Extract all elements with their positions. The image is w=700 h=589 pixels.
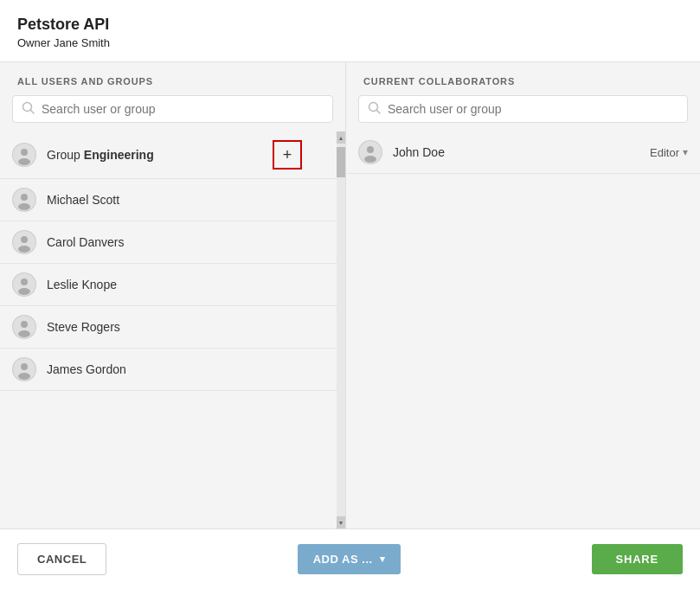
add-as-chevron-icon: ▾ [380, 554, 386, 565]
scroll-down-icon: ▼ [338, 520, 344, 526]
add-group-button[interactable]: + [273, 140, 302, 170]
scroll-up-btn[interactable]: ▲ [337, 131, 345, 144]
role-select[interactable]: Editor ▾ [650, 146, 688, 159]
svg-point-12 [21, 278, 28, 285]
svg-point-24 [364, 156, 376, 163]
cancel-button[interactable]: CANCEL [17, 543, 106, 575]
user-name: Steve Rogers [47, 320, 333, 334]
svg-point-13 [18, 288, 30, 295]
svg-point-6 [21, 194, 28, 201]
right-panel: CURRENT COLLABORATORS John Doe [346, 62, 700, 528]
all-users-label: ALL USERS AND GROUPS [0, 62, 345, 95]
owner-name: Jane Smith [54, 36, 110, 49]
user-name: James Gordon [47, 362, 333, 376]
group-name-bold: Engineering [84, 148, 154, 162]
user-name: Leslie Knope [47, 278, 333, 291]
chevron-down-icon: ▾ [683, 146, 688, 158]
plus-icon: + [283, 147, 292, 163]
left-search-icon [22, 101, 35, 117]
collaborator-item: John Doe Editor ▾ [346, 131, 700, 174]
svg-point-10 [18, 246, 30, 253]
scroll-up-icon: ▲ [338, 135, 344, 141]
svg-point-3 [21, 149, 28, 156]
avatar [12, 272, 36, 297]
avatar [12, 230, 36, 254]
list-item[interactable]: James Gordon [0, 349, 345, 391]
list-item[interactable]: Michael Scott [0, 179, 345, 221]
svg-point-4 [18, 158, 30, 165]
page-title: Petstore API [17, 16, 683, 34]
collaborators-label: CURRENT COLLABORATORS [346, 62, 700, 95]
scroll-thumb[interactable] [337, 147, 345, 177]
user-name: Carol Danvers [47, 235, 333, 249]
collaborator-name: John Doe [393, 145, 650, 159]
avatar [12, 357, 36, 381]
user-list: ▲ Group Engineering + [0, 131, 345, 528]
list-item[interactable]: Leslie Knope [0, 264, 345, 306]
list-item[interactable]: Steve Rogers [0, 306, 345, 349]
svg-point-9 [21, 236, 28, 243]
user-list-inner: Group Engineering + Michael Scott [0, 131, 345, 391]
svg-point-18 [21, 363, 28, 370]
owner-label: Owner [17, 36, 50, 49]
right-search-box[interactable] [358, 95, 688, 123]
svg-point-19 [18, 373, 30, 380]
scroll-track [337, 144, 345, 516]
main-content: ALL USERS AND GROUPS ▲ [0, 62, 700, 528]
add-as-button[interactable]: ADD AS ... ▾ [298, 544, 401, 574]
user-name: Group Engineering [47, 148, 273, 162]
left-panel: ALL USERS AND GROUPS ▲ [0, 62, 346, 528]
right-search-icon [368, 101, 381, 117]
right-search-input[interactable] [388, 102, 678, 116]
left-search-input[interactable] [42, 102, 324, 116]
svg-point-15 [21, 321, 28, 328]
avatar [12, 143, 36, 167]
avatar [12, 315, 36, 339]
footer: CANCEL ADD AS ... ▾ SHARE [0, 528, 700, 589]
share-button[interactable]: SHARE [592, 544, 683, 574]
owner-line: Owner Jane Smith [17, 36, 683, 49]
avatar [358, 140, 382, 164]
svg-line-21 [377, 111, 381, 114]
user-name: Michael Scott [47, 193, 333, 207]
list-item[interactable]: Group Engineering + [0, 131, 345, 179]
role-label: Editor [650, 146, 679, 159]
header: Petstore API Owner Jane Smith [0, 0, 700, 62]
avatar [12, 188, 36, 212]
left-search-box[interactable] [12, 95, 333, 123]
svg-point-16 [18, 330, 30, 337]
svg-point-7 [18, 203, 30, 210]
list-item[interactable]: Carol Danvers [0, 221, 345, 264]
add-as-label: ADD AS ... [313, 553, 373, 566]
svg-line-1 [31, 111, 35, 114]
scroll-down-btn[interactable]: ▼ [337, 516, 345, 528]
svg-point-23 [367, 146, 374, 153]
